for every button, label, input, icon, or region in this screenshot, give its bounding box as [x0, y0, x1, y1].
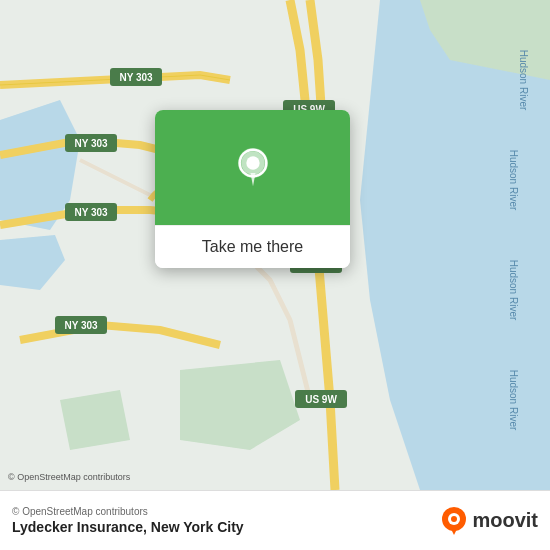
moovit-logo[interactable]: moovit — [440, 507, 538, 535]
take-me-there-button[interactable]: Take me there — [155, 225, 350, 268]
svg-text:NY 303: NY 303 — [74, 207, 108, 218]
svg-point-25 — [248, 158, 256, 166]
copyright-text: © OpenStreetMap contributors — [12, 506, 244, 517]
svg-text:US 9W: US 9W — [305, 394, 337, 405]
svg-text:© OpenStreetMap contributors: © OpenStreetMap contributors — [8, 472, 131, 482]
location-name: Lydecker Insurance, New York City — [12, 519, 244, 535]
svg-text:Hudson River: Hudson River — [518, 50, 529, 111]
map-container[interactable]: NY 303 NY 303 NY 303 NY 303 US 9W US 9W … — [0, 0, 550, 490]
location-pin-icon — [233, 148, 273, 188]
svg-text:NY 303: NY 303 — [64, 320, 98, 331]
svg-text:Hudson River: Hudson River — [508, 370, 519, 431]
svg-text:Hudson River: Hudson River — [508, 150, 519, 211]
popup-card: Take me there — [155, 110, 350, 268]
popup-map-area — [155, 110, 350, 225]
svg-text:NY 303: NY 303 — [74, 138, 108, 149]
bottom-bar: © OpenStreetMap contributors Lydecker In… — [0, 490, 550, 550]
svg-point-28 — [451, 516, 457, 522]
svg-text:Hudson River: Hudson River — [508, 260, 519, 321]
moovit-icon — [440, 507, 468, 535]
svg-text:NY 303: NY 303 — [119, 72, 153, 83]
bottom-left: © OpenStreetMap contributors Lydecker In… — [12, 506, 244, 535]
moovit-text: moovit — [472, 509, 538, 532]
